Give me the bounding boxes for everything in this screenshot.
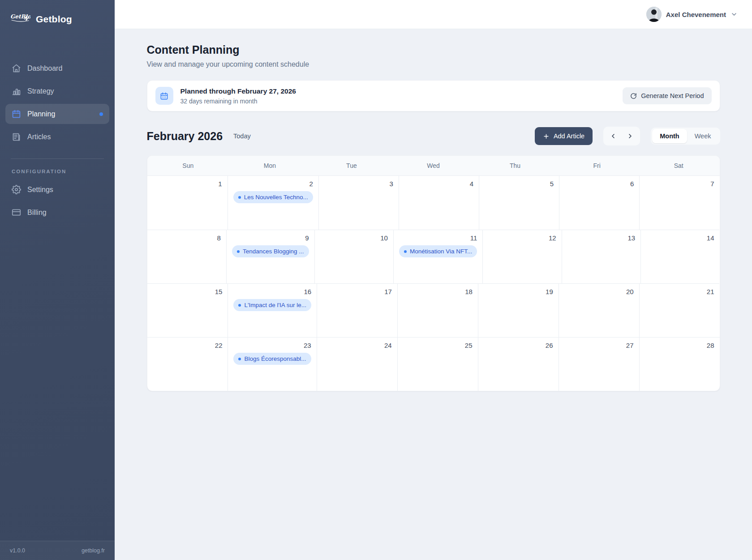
calendar-week-row: 12Les Nouvelles Techno...34567 <box>147 176 720 230</box>
page-subtitle: View and manage your upcoming content sc… <box>147 60 720 68</box>
next-month-button[interactable] <box>622 128 639 144</box>
day-cell[interactable]: 24 <box>317 337 397 391</box>
day-number: 3 <box>324 180 393 188</box>
banner-subtitle: 32 days remaining in month <box>180 98 296 105</box>
event-pill[interactable]: L'Impact de l'IA sur le... <box>233 299 311 311</box>
prev-month-button[interactable] <box>605 128 622 144</box>
day-cell[interactable]: 15 <box>147 283 228 337</box>
event-pill[interactable]: Blogs Écoresponsabl... <box>233 353 311 365</box>
sidebar-item-strategy[interactable]: Strategy <box>5 81 109 101</box>
event-label: Blogs Écoresponsabl... <box>244 355 306 362</box>
event-dot <box>237 250 240 253</box>
day-cell[interactable]: 10 <box>314 230 393 283</box>
sidebar-item-label: Billing <box>27 209 47 217</box>
today-button[interactable]: Today <box>233 133 251 140</box>
day-number: 1 <box>153 180 222 188</box>
day-number: 14 <box>646 234 714 242</box>
day-cell[interactable]: 28 <box>639 337 720 391</box>
sidebar-item-billing[interactable]: Billing <box>5 202 109 222</box>
day-of-week-label: Sun <box>147 156 229 175</box>
day-number: 15 <box>153 288 223 295</box>
sidebar-item-articles[interactable]: Articles <box>5 127 109 147</box>
day-number: 10 <box>320 234 388 242</box>
event-label: L'Impact de l'IA sur le... <box>244 302 306 308</box>
getblog-logo-icon: GetBlog <box>10 12 30 27</box>
day-cell[interactable]: 18 <box>397 283 478 337</box>
day-cell[interactable]: 2Les Nouvelles Techno... <box>228 176 318 230</box>
day-number: 23 <box>233 342 311 349</box>
sidebar-item-dashboard[interactable]: Dashboard <box>5 58 109 78</box>
day-number: 11 <box>399 234 477 242</box>
day-number: 28 <box>645 342 714 349</box>
day-cell[interactable]: 11Monétisation Via NFT... <box>393 230 482 283</box>
sidebar-nav: Dashboard Strategy Planning Articles <box>0 58 115 147</box>
calendar: SunMonTueWedThuFriSat 12Les Nouvelles Te… <box>147 155 720 391</box>
day-of-week-label: Mon <box>229 156 311 175</box>
sidebar-item-settings[interactable]: Settings <box>5 180 109 200</box>
sidebar-item-label: Articles <box>27 133 51 141</box>
brand-logo: GetBlog Getblog <box>0 0 115 31</box>
user-menu[interactable]: Axel Chevenement <box>646 7 738 22</box>
day-cell[interactable]: 5 <box>479 176 559 230</box>
main-column: Axel Chevenement Content Planning View a… <box>115 0 752 560</box>
day-cell[interactable]: 7 <box>639 176 719 230</box>
refresh-icon <box>630 93 637 99</box>
day-number: 13 <box>567 234 635 242</box>
day-cell[interactable]: 3 <box>318 176 399 230</box>
sidebar-config-nav: Settings Billing <box>0 180 115 222</box>
day-cell[interactable]: 25 <box>397 337 478 391</box>
avatar <box>646 7 662 22</box>
generate-next-period-button[interactable]: Generate Next Period <box>623 87 711 104</box>
day-cell[interactable]: 27 <box>559 337 639 391</box>
event-pill[interactable]: Les Nouvelles Techno... <box>233 191 313 203</box>
day-cell[interactable]: 23Blogs Écoresponsabl... <box>228 337 316 391</box>
view-month-button[interactable]: Month <box>652 129 687 143</box>
sidebar-item-planning[interactable]: Planning <box>5 104 109 124</box>
month-pager <box>603 127 640 145</box>
day-cell[interactable]: 8 <box>147 230 226 283</box>
calendar-week-row: 1516L'Impact de l'IA sur le...1718192021 <box>147 283 720 337</box>
event-pill[interactable]: Tendances Blogging ... <box>232 245 309 257</box>
configuration-section-label: CONFIGURATION <box>0 169 115 180</box>
gear-icon <box>12 185 21 194</box>
event-dot <box>404 250 407 253</box>
day-number: 6 <box>565 180 634 188</box>
bar-chart-icon <box>12 86 21 96</box>
day-cell[interactable]: 20 <box>559 283 639 337</box>
sidebar-item-label: Planning <box>27 110 55 118</box>
articles-icon <box>12 132 21 141</box>
day-number: 8 <box>153 234 221 242</box>
day-cell[interactable]: 19 <box>478 283 559 337</box>
planning-status-banner: Planned through February 27, 2026 32 day… <box>147 80 720 111</box>
day-cell[interactable]: 6 <box>559 176 639 230</box>
day-cell[interactable]: 22 <box>147 337 228 391</box>
day-cell[interactable]: 26 <box>478 337 559 391</box>
event-pill[interactable]: Monétisation Via NFT... <box>399 245 477 257</box>
day-number: 22 <box>153 342 223 349</box>
day-cell[interactable]: 16L'Impact de l'IA sur le... <box>228 283 317 337</box>
calendar-grid: 12Les Nouvelles Techno...3456789Tendance… <box>147 176 720 391</box>
event-dot <box>238 358 241 360</box>
day-of-week-label: Wed <box>392 156 474 175</box>
planning-notification-dot <box>99 112 103 116</box>
sidebar-footer: v1.0.0 getblog.fr <box>0 541 115 560</box>
day-cell[interactable]: 9Tendances Blogging ... <box>226 230 314 283</box>
day-cell[interactable]: 21 <box>639 283 720 337</box>
day-cell[interactable]: 13 <box>562 230 640 283</box>
view-week-button[interactable]: Week <box>687 129 719 143</box>
add-article-button[interactable]: Add Article <box>535 127 593 145</box>
day-cell[interactable]: 17 <box>317 283 397 337</box>
event-dot <box>238 196 241 199</box>
event-label: Monétisation Via NFT... <box>410 248 472 255</box>
day-of-week-label: Fri <box>556 156 638 175</box>
day-cell[interactable]: 12 <box>482 230 561 283</box>
day-cell[interactable]: 4 <box>399 176 479 230</box>
day-number: 27 <box>564 342 634 349</box>
sidebar-item-label: Strategy <box>27 87 54 95</box>
day-cell[interactable]: 14 <box>640 230 719 283</box>
view-switcher: Month Week <box>651 128 720 145</box>
day-cell[interactable]: 1 <box>147 176 228 230</box>
calendar-icon <box>12 109 21 119</box>
brand-name: Getblog <box>36 14 72 25</box>
month-label: February 2026 <box>147 130 223 143</box>
